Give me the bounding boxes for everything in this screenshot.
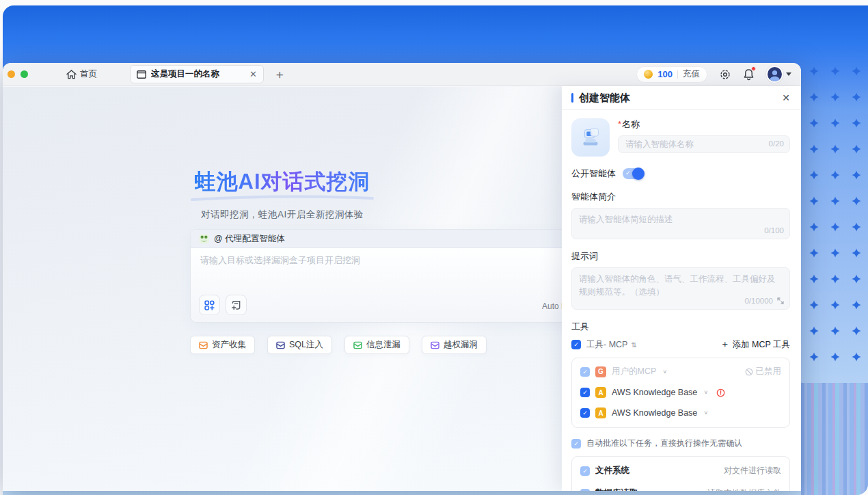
expand-resize-icon[interactable] bbox=[777, 297, 784, 304]
required-asterisk: * bbox=[618, 119, 621, 129]
create-agent-drawer: 创建智能体 ✕ *名称 bbox=[562, 86, 801, 491]
person-icon bbox=[768, 68, 782, 81]
check-icon: ✓ bbox=[582, 369, 588, 375]
mcp-item-user: ✓ G 用户的MCP ˅ 已禁用 bbox=[580, 366, 781, 377]
warning-icon[interactable] bbox=[716, 388, 725, 397]
tab-window-icon bbox=[137, 70, 146, 79]
mcp-group-checkbox[interactable]: ✓ bbox=[571, 340, 581, 349]
perm-checkbox[interactable]: ✓ bbox=[580, 489, 590, 492]
hero-section: 蛙池AI对话式挖洞 对话即挖洞，蛙池AI开启全新挖洞体验 bbox=[3, 87, 562, 221]
mcp-item-aws-2: ✓ A AWS Knowledge Base ˅ bbox=[580, 407, 781, 418]
sort-toggle-icon[interactable]: ⇅ bbox=[631, 341, 636, 349]
chevron-down-icon[interactable]: ˅ bbox=[704, 410, 707, 416]
drawer-close-icon[interactable]: ✕ bbox=[782, 92, 790, 103]
agent-intro-textarea[interactable] bbox=[571, 208, 790, 239]
privilege-tag-icon bbox=[431, 341, 439, 349]
user-avatar bbox=[766, 66, 783, 83]
tab-title: 这是项目一的名称 bbox=[151, 68, 245, 80]
drawer-body: *名称 0/20 公开智能体 ✓ 智能体简介 bbox=[562, 110, 801, 491]
zoom-traffic-light[interactable] bbox=[21, 70, 28, 78]
credits-amount: 100 bbox=[657, 69, 673, 79]
intro-label: 智能体简介 bbox=[571, 191, 790, 203]
new-tab-button[interactable]: ＋ bbox=[273, 66, 286, 83]
tag-label: SQL注入 bbox=[289, 339, 323, 351]
document-add-icon bbox=[231, 300, 241, 310]
check-icon: ✓ bbox=[582, 490, 588, 492]
new-note-button[interactable] bbox=[226, 295, 247, 315]
auto-approve-label: 自动批准以下任务，直接执行操作无需确认 bbox=[586, 438, 742, 449]
home-nav[interactable]: 首页 bbox=[66, 68, 97, 80]
add-mcp-button[interactable]: ＋ 添加 MCP 工具 bbox=[720, 338, 791, 351]
window-toolbar: 首页 这是项目一的名称 ✕ ＋ 100 充值 bbox=[3, 63, 801, 86]
tag-sql-injection[interactable]: SQL注入 bbox=[267, 336, 332, 354]
frog-avatar-icon bbox=[199, 234, 209, 244]
perm-row-filesystem: ✓ 文件系统 对文件进行读取 bbox=[580, 465, 781, 477]
page-title: 蛙池AI对话式挖洞 bbox=[195, 168, 370, 196]
user-menu[interactable] bbox=[766, 66, 791, 83]
name-input-wrap: 0/20 bbox=[618, 135, 790, 153]
tag-asset-collection[interactable]: 资产收集 bbox=[190, 336, 255, 354]
minimize-traffic-light[interactable] bbox=[8, 70, 15, 78]
toggle-check-icon: ✓ bbox=[625, 170, 631, 176]
mcp-group-row: ✓ 工具- MCP ⇅ ＋ 添加 MCP 工具 bbox=[571, 338, 790, 351]
permissions-box: ✓ 文件系统 对文件进行读取 ✓ 数据库读取 读取本地数据库文件 ✓ bbox=[571, 456, 790, 491]
auto-approve-row: ✓ 自动批准以下任务，直接执行操作无需确认 bbox=[571, 438, 790, 449]
chat-toolbar bbox=[199, 295, 247, 315]
prompt-label: 提示词 bbox=[571, 250, 790, 263]
chevron-down-icon[interactable]: ˅ bbox=[663, 369, 666, 375]
prompt-counter: 0/10000 bbox=[744, 297, 784, 305]
settings-button[interactable] bbox=[719, 68, 731, 81]
notifications-button[interactable] bbox=[743, 68, 755, 81]
perm-row-database: ✓ 数据库读取 读取本地数据库文件 bbox=[580, 487, 781, 491]
check-icon: ✓ bbox=[573, 341, 579, 348]
auto-approve-checkbox[interactable]: ✓ bbox=[571, 439, 581, 449]
mcp-disabled-status: 已禁用 bbox=[745, 366, 782, 377]
public-agent-toggle[interactable]: ✓ bbox=[623, 168, 644, 179]
project-tab[interactable]: 这是项目一的名称 ✕ bbox=[130, 65, 264, 83]
public-agent-label: 公开智能体 bbox=[571, 168, 616, 180]
mcp-tools-box: ✓ G 用户的MCP ˅ 已禁用 ✓ bbox=[571, 358, 790, 428]
sql-tag-icon bbox=[276, 341, 285, 349]
perm-checkbox[interactable]: ✓ bbox=[580, 466, 590, 476]
mcp-provider-icon: A bbox=[595, 387, 606, 398]
perm-name: 文件系统 bbox=[595, 465, 629, 477]
agent-apps-button[interactable] bbox=[199, 295, 220, 315]
header-accent-bar bbox=[571, 93, 573, 103]
prompt-textarea-wrap: 0/10000 bbox=[571, 267, 790, 310]
perm-desc: 对文件进行读取 bbox=[724, 465, 781, 477]
check-icon: ✓ bbox=[582, 389, 588, 396]
plus-icon: ＋ bbox=[720, 338, 730, 351]
perm-desc: 读取本地数据库文件 bbox=[707, 487, 781, 491]
recharge-button[interactable]: 充值 bbox=[683, 68, 700, 80]
check-icon: ✓ bbox=[573, 440, 579, 447]
chevron-down-icon[interactable]: ˅ bbox=[704, 389, 707, 396]
mcp-item-checkbox[interactable]: ✓ bbox=[580, 408, 590, 418]
goal-input[interactable] bbox=[200, 255, 583, 265]
agent-mention-label: @ 代理配置智能体 bbox=[214, 233, 285, 245]
mcp-provider-icon: G bbox=[595, 366, 606, 377]
pill-divider bbox=[677, 70, 678, 79]
credits-pill[interactable]: 100 充值 bbox=[636, 66, 707, 83]
leak-tag-icon bbox=[353, 341, 362, 349]
disabled-icon bbox=[745, 368, 753, 376]
gear-icon bbox=[719, 68, 731, 81]
coin-icon bbox=[644, 70, 653, 79]
agent-avatar-image[interactable] bbox=[571, 118, 610, 157]
computer-illustration-icon bbox=[578, 124, 603, 150]
tag-label: 资产收集 bbox=[212, 339, 246, 351]
mcp-item-checkbox[interactable]: ✓ bbox=[580, 388, 590, 397]
mcp-group-label: 工具- MCP bbox=[586, 339, 627, 351]
chat-agent-header[interactable]: @ 代理配置智能体 bbox=[191, 230, 616, 248]
app-window: 首页 这是项目一的名称 ✕ ＋ 100 充值 bbox=[3, 63, 801, 491]
agent-name-input[interactable] bbox=[618, 135, 790, 153]
tools-label: 工具 bbox=[571, 321, 790, 333]
quick-tag-row: 资产收集 SQL注入 信息泄漏 bbox=[190, 336, 487, 354]
toggle-knob bbox=[632, 168, 645, 180]
mcp-item-name: AWS Knowledge Base bbox=[612, 388, 697, 397]
tab-close-icon[interactable]: ✕ bbox=[249, 70, 257, 79]
tag-privilege-vuln[interactable]: 越权漏洞 bbox=[422, 336, 487, 354]
tag-info-leak[interactable]: 信息泄漏 bbox=[344, 336, 409, 354]
intro-counter: 0/100 bbox=[764, 226, 784, 235]
home-label: 首页 bbox=[80, 68, 97, 80]
mcp-item-checkbox[interactable]: ✓ bbox=[580, 367, 590, 377]
